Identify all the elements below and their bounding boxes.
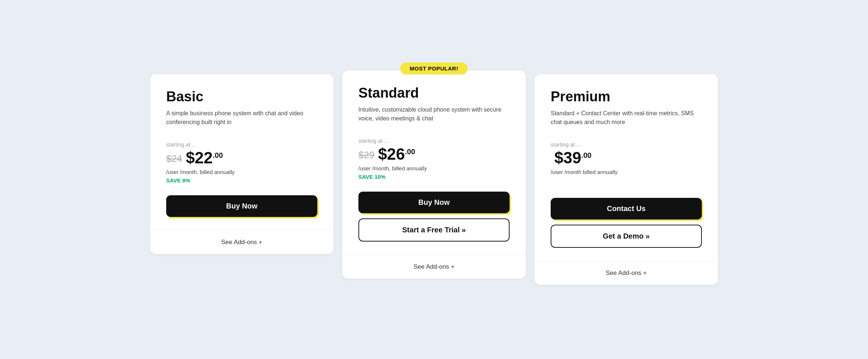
card-footer-basic[interactable]: See Add-ons + [150,230,333,254]
price-dollar-standard: $26 [378,146,405,162]
price-row-basic: $24 $22 .00 [166,150,317,166]
starting-at-premium: starting at ... [551,141,702,148]
price-period-basic: /user /month, billed annually [166,169,317,175]
pricing-card-standard: MOST POPULAR! Standard Intuitive, custom… [342,70,526,279]
card-body-standard: Standard Intuitive, customizable cloud p… [358,85,510,255]
btn-premium-0[interactable]: Contact Us [551,198,702,220]
price-dollar-premium: $39 [554,150,581,166]
price-old-basic: $24 [166,153,182,164]
price-row-premium: $39 .00 [551,150,702,166]
card-body-premium: Premium Standard + Contact Center with r… [551,89,702,261]
card-body-basic: Basic A simple business phone system wit… [166,89,317,230]
most-popular-badge: MOST POPULAR! [400,62,468,75]
starting-at-standard: starting at ... [358,138,510,144]
buttons-section-premium: Contact UsGet a Demo » [551,198,702,248]
plan-name-premium: Premium [551,89,702,105]
price-dollar-basic: $22 [186,150,212,166]
pricing-container: Basic A simple business phone system wit… [141,74,727,285]
price-current-standard: $26 .00 [378,146,415,162]
pricing-card-premium: Premium Standard + Contact Center with r… [535,74,718,285]
price-current-premium: $39 .00 [554,150,591,166]
pricing-card-basic: Basic A simple business phone system wit… [150,74,333,254]
btn-basic-0[interactable]: Buy Now [166,195,317,217]
btn-premium-1[interactable]: Get a Demo » [551,225,702,248]
btn-standard-1[interactable]: Start a Free Trial » [358,218,510,242]
price-cents-standard: .00 [405,148,415,156]
save-badge-standard: SAVE 10% [358,174,510,180]
price-period-standard: /user /month, billed annually [358,165,510,171]
price-cents-basic: .00 [213,151,223,160]
plan-description-basic: A simple business phone system with chat… [166,109,317,131]
buttons-section-basic: Buy Now [166,195,317,217]
btn-standard-0[interactable]: Buy Now [358,192,510,213]
buttons-section-standard: Buy NowStart a Free Trial » [358,192,510,242]
price-old-standard: $29 [358,149,374,161]
price-current-basic: $22 .00 [186,150,223,166]
price-row-standard: $29 $26 .00 [358,146,510,162]
price-cents-premium: .00 [581,151,591,160]
plan-name-basic: Basic [166,89,317,105]
plan-description-standard: Intuitive, customizable cloud phone syst… [358,105,510,127]
plan-description-premium: Standard + Contact Center with real-time… [551,109,702,131]
card-footer-premium[interactable]: See Add-ons + [535,261,718,285]
card-footer-standard[interactable]: See Add-ons + [342,255,526,279]
plan-name-standard: Standard [358,85,510,101]
starting-at-basic: starting at ... [166,141,317,148]
price-period-premium: /user /month billed annually [551,169,702,175]
save-badge-basic: SAVE 8% [166,177,317,184]
